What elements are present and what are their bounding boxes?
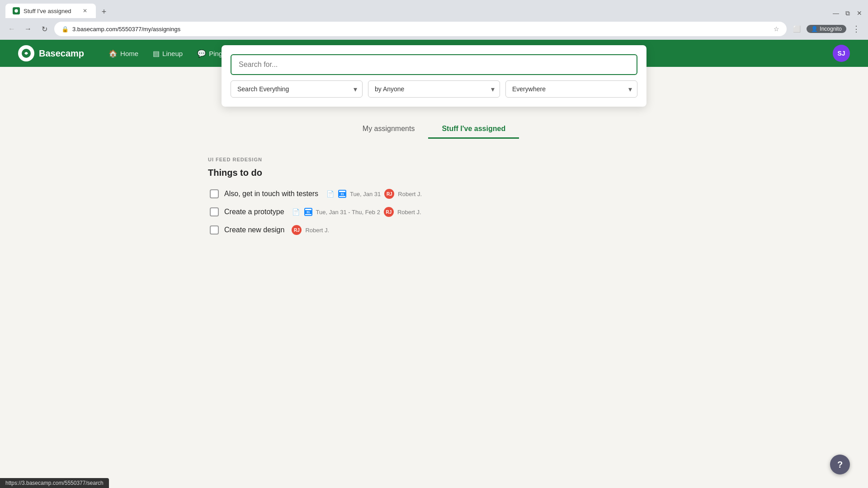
- todo-label-3: Create new design: [224, 226, 284, 234]
- search-where-select-wrap: Everywhere This project All projects: [505, 80, 637, 98]
- browser-tab-active[interactable]: Stuff I've assigned ✕: [5, 4, 96, 18]
- todo-date-2: Tue, Jan 31 - Thu, Feb 2: [316, 209, 380, 216]
- tab-my-assignments[interactable]: My assignments: [349, 120, 429, 139]
- todo-list: Also, get in touch with testers 📄 31 Tue…: [208, 185, 660, 239]
- maximize-icon[interactable]: ⧉: [843, 8, 853, 18]
- project-label: UI FEED REDESIGN: [208, 157, 660, 162]
- search-type-select-wrap: Search Everything To-dos Messages Docume…: [231, 80, 363, 98]
- todo-checkbox-3[interactable]: [210, 225, 219, 235]
- forward-button[interactable]: →: [22, 23, 34, 35]
- assignee-avatar-2: RJ: [384, 207, 394, 217]
- search-type-select[interactable]: Search Everything To-dos Messages Docume…: [231, 80, 363, 98]
- tabs-bar: My assignments Stuff I've assigned: [208, 120, 660, 139]
- search-by-select-wrap: by Anyone by Me by Others: [368, 80, 500, 98]
- todo-item: Create new design RJ Robert J.: [208, 221, 660, 239]
- todo-checkbox-2[interactable]: [210, 207, 219, 216]
- assignee-name-3: Robert J.: [305, 227, 329, 234]
- tab-favicon: [13, 7, 20, 14]
- doc-icon-2: 📄: [292, 207, 301, 216]
- minimize-icon[interactable]: —: [831, 8, 841, 18]
- svg-point-0: [14, 9, 18, 13]
- assignee-avatar-3: RJ: [292, 225, 302, 235]
- incognito-badge: 👤 Incognito: [807, 25, 846, 33]
- address-bar-url: 3.basecamp.com/5550377/my/assignings: [72, 26, 770, 33]
- todo-meta-2: 📄 31 Tue, Jan 31 - Thu, Feb 2 RJ Robert …: [292, 207, 421, 217]
- new-tab-button[interactable]: +: [98, 5, 110, 18]
- search-filters: Search Everything To-dos Messages Docume…: [231, 80, 637, 98]
- search-dropdown-overlay: Search Everything To-dos Messages Docume…: [0, 45, 868, 107]
- browser-toolbar: ← → ↻ 🔒 3.basecamp.com/5550377/my/assign…: [0, 18, 868, 40]
- assignee-avatar-1: RJ: [384, 189, 394, 199]
- search-dropdown: Search Everything To-dos Messages Docume…: [222, 45, 646, 107]
- todo-meta-1: 📄 31 Tue, Jan 31 RJ Robert J.: [326, 189, 422, 199]
- search-by-select[interactable]: by Anyone by Me by Others: [368, 80, 500, 98]
- tab-title: Stuff I've assigned: [24, 8, 78, 14]
- browser-menu-button[interactable]: ⋮: [850, 23, 863, 35]
- todo-item: Create a prototype 📄 31 Tue, Jan 31 - Th…: [208, 203, 660, 221]
- refresh-button[interactable]: ↻: [38, 23, 51, 35]
- todo-label-2: Create a prototype: [224, 208, 284, 216]
- search-input-wrap: [231, 54, 637, 75]
- assignee-name-2: Robert J.: [397, 209, 421, 216]
- todo-item: Also, get in touch with testers 📄 31 Tue…: [208, 185, 660, 202]
- back-button[interactable]: ←: [5, 23, 18, 35]
- cal-icon-2: 31: [304, 208, 312, 216]
- todo-date-1: Tue, Jan 31: [350, 191, 381, 197]
- cast-icon[interactable]: ⬜: [790, 23, 803, 35]
- todo-label-1: Also, get in touch with testers: [224, 190, 318, 198]
- close-window-icon[interactable]: ✕: [854, 8, 864, 18]
- search-where-select[interactable]: Everywhere This project All projects: [505, 80, 637, 98]
- assignments-section: UI FEED REDESIGN Things to do Also, get …: [208, 157, 660, 252]
- help-button[interactable]: ?: [830, 455, 850, 474]
- window-controls: — ⧉ ✕: [831, 8, 868, 18]
- doc-icon-1: 📄: [326, 189, 335, 198]
- toolbar-right: ⬜ 👤 Incognito ⋮: [790, 23, 863, 35]
- status-url: https://3.basecamp.com/5550377/search: [5, 480, 104, 486]
- bookmark-icon[interactable]: ☆: [774, 25, 779, 33]
- assignee-name-1: Robert J.: [398, 191, 422, 197]
- browser-tab-bar: Stuff I've assigned ✕ + — ⧉ ✕: [0, 0, 868, 18]
- todo-checkbox-1[interactable]: [210, 189, 219, 198]
- section-title: Things to do: [208, 168, 660, 178]
- address-bar[interactable]: 🔒 3.basecamp.com/5550377/my/assignings ☆: [54, 22, 787, 36]
- tab-close-button[interactable]: ✕: [81, 7, 89, 14]
- main-content: Here are your assignments My assignments…: [0, 67, 868, 488]
- todo-meta-3: RJ Robert J.: [292, 225, 329, 235]
- cal-icon-1: 31: [338, 190, 346, 198]
- tab-stuff-assigned[interactable]: Stuff I've assigned: [428, 120, 519, 139]
- search-input[interactable]: [231, 54, 637, 75]
- incognito-icon: 👤: [811, 26, 818, 32]
- status-bar: https://3.basecamp.com/5550377/search: [0, 478, 109, 488]
